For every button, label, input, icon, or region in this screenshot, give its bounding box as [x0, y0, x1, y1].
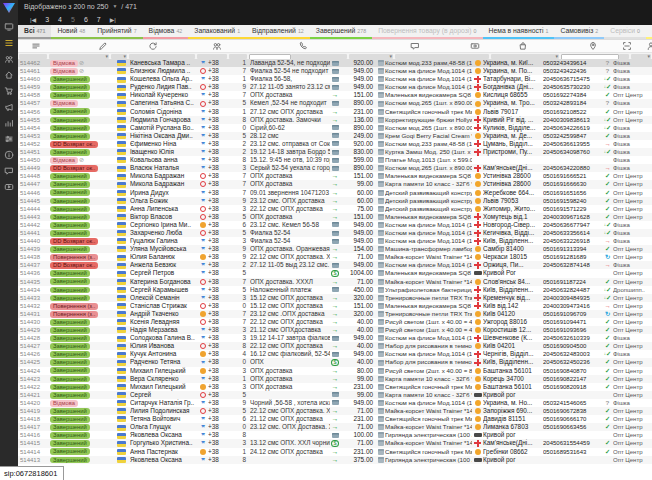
table-row[interactable]: 514435 Завершений⊘ Катерина Богданова +3… — [18, 278, 652, 286]
phone-prefix[interactable]: +38 — [208, 213, 230, 221]
tab-10[interactable]: Сервіси0 — [604, 25, 646, 39]
tracking-number[interactable]: 20450631554459 — [543, 439, 602, 447]
tracking-number[interactable]: 0503243439614 — [543, 59, 602, 67]
phone-prefix[interactable]: +38 — [208, 318, 230, 326]
phone-prefix[interactable]: +38 — [208, 278, 230, 286]
customer-name[interactable]: Сергіонко Ірина Ми.. — [130, 221, 198, 229]
phone-prefix[interactable]: +38 — [208, 456, 230, 464]
tracking-number[interactable]: 20450634220880 — [543, 164, 602, 172]
customer-name[interactable]: Вера Скляренко — [130, 375, 198, 383]
table-row[interactable]: 514425 Завершений⊘ Радченко Тетяна +38 0… — [18, 358, 652, 366]
announcements-icon[interactable] — [2, 101, 16, 113]
phone-prefix[interactable]: +38 — [208, 237, 230, 245]
tab-8[interactable]: Нема в наявності1 — [483, 25, 555, 39]
phone-prefix[interactable]: +38 — [208, 423, 230, 431]
table-row[interactable]: 514453 Завершений⊘ Нікітіна Оксана Дми..… — [18, 132, 652, 140]
table-row[interactable]: 514431 Повернення (з..⊘ Андрій Ткаченко … — [18, 310, 652, 318]
phone-prefix[interactable]: +38 — [208, 253, 230, 261]
customer-name[interactable]: Солодкова Галина В.. — [130, 334, 198, 342]
phone-prefix[interactable]: +38 — [208, 156, 230, 164]
phone-prefix[interactable]: +38 — [208, 326, 230, 334]
tracking-number[interactable]: 20450635730230 — [543, 83, 602, 91]
customer-name[interactable]: Микола Бадражан — [130, 172, 198, 180]
tracking-number[interactable]: 0501691187224 — [543, 278, 602, 286]
table-row[interactable]: 514418 Завершений⊘ Тетяна Войтович +38 6… — [18, 415, 652, 423]
tracking-number[interactable]: 0501690904500 — [543, 342, 602, 350]
customer-name[interactable]: Сергей Петров — [130, 269, 198, 277]
customer-name[interactable]: Сергей Карамышев — [130, 286, 198, 294]
table-row[interactable]: 514436 Завершений⊘ Сергей Петров +38 5 1… — [18, 269, 652, 277]
table-row[interactable]: 514447 Завершений⊘ Микола Бадражан +38 7… — [18, 180, 652, 188]
table-row[interactable]: 514441 Завершений⊘ Захарченко Люба +38 5… — [18, 229, 652, 237]
customer-name[interactable]: Николай Кучеренко — [130, 91, 198, 99]
phone-prefix[interactable]: +38 — [208, 261, 230, 269]
table-row[interactable]: 514416 Завершений⊘ Яковлева Оксана +38 8… — [18, 431, 652, 439]
phone-prefix[interactable]: +38 — [208, 310, 230, 318]
phone-prefix[interactable]: +38 — [208, 59, 230, 67]
phone-prefix[interactable]: +38 — [208, 415, 230, 423]
tracking-number[interactable]: 20400309671628 — [543, 213, 602, 221]
chat-icon[interactable] — [2, 165, 16, 177]
table-row[interactable]: 514443 Завершений⊘ Віктор Власов +38 5 О… — [18, 213, 652, 221]
tab-5[interactable]: Відправлений12 — [246, 25, 310, 39]
phone-prefix[interactable]: +38 — [208, 358, 230, 366]
customer-name[interactable]: Ксенія Левадняя — [130, 318, 198, 326]
phone-prefix[interactable]: +38 — [208, 116, 230, 124]
tracking-number[interactable]: 0501691666630 — [543, 180, 602, 188]
customer-name[interactable]: Самотій Руслана Во.. — [130, 124, 198, 132]
customer-name[interactable]: Надія Мерзаєва — [130, 326, 198, 334]
tracking-number[interactable]: 0501689531643 — [543, 448, 602, 456]
customer-name[interactable]: Яковлева Оксана — [130, 431, 198, 439]
tracking-number[interactable]: 0501691094471 — [543, 318, 602, 326]
customer-name[interactable]: Ковальова анна — [130, 156, 198, 164]
customer-name[interactable]: Уляна Мусійовська — [130, 245, 198, 253]
phone-prefix[interactable]: +38 — [208, 367, 230, 375]
table-row[interactable]: 514414 Завершений⊘ Анна Пастернак +38 1 … — [18, 448, 652, 456]
phone-prefix[interactable]: +38 — [208, 407, 230, 415]
phone-prefix[interactable]: +38 — [208, 172, 230, 180]
tracking-number[interactable]: 20450632874148 — [543, 261, 602, 269]
customer-name[interactable]: Ирина Дидух — [130, 189, 198, 197]
customer-name[interactable]: Єфименко Ніна — [130, 140, 198, 148]
phone-prefix[interactable]: +38 — [208, 375, 230, 383]
customer-name[interactable]: Кошелева Ольга Ар.. — [130, 75, 198, 83]
customer-name[interactable]: Юлия Иванова — [130, 342, 198, 350]
phone-prefix[interactable]: +38 — [208, 391, 230, 399]
customer-name[interactable]: Віктор Власов — [130, 213, 198, 221]
region-column-icon[interactable] — [588, 41, 598, 51]
phone-prefix[interactable]: +38 — [208, 83, 230, 91]
table-row[interactable]: 514429 Завершений⊘ Надія Мерзаєва +38 3 … — [18, 326, 652, 334]
customer-name[interactable]: Катерина Богданова — [130, 278, 198, 286]
tracking-number[interactable]: 20450632450236 — [543, 358, 602, 366]
phone-prefix[interactable]: +38 — [208, 439, 230, 447]
phone-prefix[interactable]: +38 — [208, 180, 230, 188]
table-row[interactable]: 514439 Завершений⊘ Уляна Мусійовська +38… — [18, 245, 652, 253]
tracking-number[interactable]: 20400309484935 — [543, 294, 602, 302]
tab-9[interactable]: Самовивіз2 — [554, 25, 604, 39]
table-row[interactable]: 514424 Завершений⊘ Михаил Гилецький +38 … — [18, 367, 652, 375]
phone-prefix[interactable]: +38 — [208, 302, 230, 310]
table-row[interactable]: 514428 Завершений⊘ Солодкова Галина В.. … — [18, 334, 652, 342]
customer-name[interactable]: Нікітіна Оксана Дми.. — [130, 132, 198, 140]
customer-name[interactable]: Тетяна Войтович — [130, 415, 198, 423]
customer-name[interactable]: Гуцалюк Галина — [130, 237, 198, 245]
customer-name[interactable]: Кучук Антонина — [130, 350, 198, 358]
screen-icon[interactable] — [2, 21, 16, 33]
customer-name[interactable]: Власюк Наталья — [130, 164, 198, 172]
phone-prefix[interactable]: +38 — [208, 148, 230, 156]
customer-name[interactable]: Сергей — [130, 391, 198, 399]
tracking-number[interactable]: 0503241546065 — [543, 399, 602, 407]
table-row[interactable]: 514454 Завершений⊘ Самотій Руслана Во.. … — [18, 124, 652, 132]
customer-name[interactable]: Станіслав Стрижак — [130, 302, 198, 310]
phone-prefix[interactable]: +38 — [208, 108, 230, 116]
table-row[interactable]: 514459 Завершений⊘ Руденко Лидия Пав.. +… — [18, 83, 652, 91]
customer-name[interactable]: Анжела Бевзюк — [130, 261, 198, 269]
tracking-number[interactable]: 0503242599847 — [543, 132, 602, 140]
tab-11[interactable]: В дорозі додому0 — [646, 25, 652, 39]
table-row[interactable]: 514455 Завершений⊘ Людмила Гончарова +38… — [18, 116, 652, 124]
last-page-button[interactable]: ▶| — [110, 16, 116, 23]
tracking-number[interactable]: 0501691598240 — [543, 197, 602, 205]
tracking-number[interactable]: 0501691096709 — [543, 310, 602, 318]
stats-icon[interactable] — [2, 117, 16, 129]
table-row[interactable]: 514448 Завершений⊘ Микола Бадражан +38 7… — [18, 172, 652, 180]
